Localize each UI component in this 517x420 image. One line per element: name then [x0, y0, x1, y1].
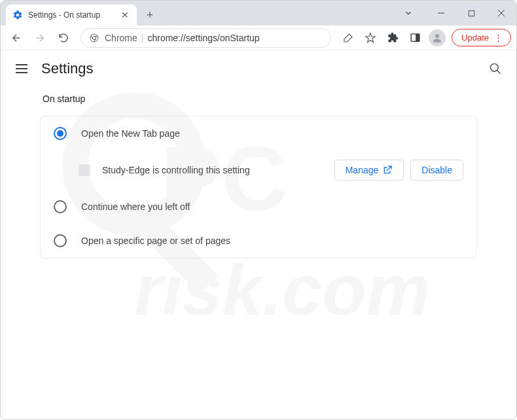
option-continue[interactable]: Continue where you left off	[41, 190, 476, 224]
option-label: Continue where you left off	[81, 201, 190, 212]
open-external-icon	[382, 165, 393, 175]
address-bar[interactable]: Chrome|chrome://settings/onStartup	[80, 28, 331, 48]
close-tab-icon[interactable]: ✕	[120, 10, 130, 20]
option-label: Open the New Tab page	[81, 128, 180, 139]
maximize-button[interactable]	[456, 3, 486, 24]
profile-avatar[interactable]	[427, 27, 448, 48]
svg-rect-5	[469, 10, 474, 16]
window-titlebar: Settings - On startup ✕ +	[1, 1, 516, 26]
option-label: Open a specific page or set of pages	[81, 236, 230, 246]
section-title: On startup	[40, 94, 477, 104]
disable-button[interactable]: Disable	[410, 160, 463, 181]
startup-options-card: Open the New Tab page Study-Edge is cont…	[40, 116, 477, 258]
window-controls	[393, 1, 516, 26]
svg-line-14	[497, 71, 501, 74]
settings-content: On startup Open the New Tab page Study-E…	[1, 87, 516, 265]
option-new-tab[interactable]: Open the New Tab page	[41, 116, 476, 150]
browser-toolbar: Chrome|chrome://settings/onStartup Updat…	[1, 26, 516, 50]
extensions-icon[interactable]	[382, 27, 403, 48]
hamburger-menu-icon[interactable]	[14, 61, 29, 77]
extension-app-icon	[79, 164, 90, 176]
chrome-icon	[89, 33, 99, 43]
search-icon[interactable]	[488, 61, 503, 77]
minimize-button[interactable]	[426, 3, 456, 24]
tab-title: Settings - On startup	[28, 10, 120, 20]
tab-search-chevron-icon[interactable]	[393, 3, 423, 24]
svg-rect-11	[416, 34, 419, 41]
svg-point-12	[435, 34, 439, 38]
extension-notice-text: Study-Edge is controlling this setting	[102, 165, 334, 175]
settings-header: Settings	[1, 50, 516, 87]
radio-specific[interactable]	[54, 234, 67, 247]
new-tab-button[interactable]: +	[141, 6, 159, 24]
reload-button[interactable]	[53, 27, 74, 48]
page-title: Settings	[41, 60, 94, 77]
back-button[interactable]	[6, 27, 27, 48]
radio-continue[interactable]	[54, 200, 67, 213]
extension-control-notice: Study-Edge is controlling this setting M…	[41, 150, 476, 190]
bookmark-star-icon[interactable]	[360, 27, 381, 48]
option-specific[interactable]: Open a specific page or set of pages	[41, 224, 476, 258]
address-text: Chrome|chrome://settings/onStartup	[105, 33, 260, 43]
menu-dots-icon: ⋮	[494, 33, 503, 43]
share-icon[interactable]	[338, 27, 359, 48]
close-window-button[interactable]	[486, 3, 516, 24]
manage-button[interactable]: Manage	[334, 160, 404, 181]
gear-icon	[12, 10, 23, 20]
radio-new-tab[interactable]	[54, 127, 67, 140]
svg-point-13	[491, 64, 499, 72]
side-panel-icon[interactable]	[404, 27, 425, 48]
browser-tab[interactable]: Settings - On startup ✕	[6, 5, 137, 26]
forward-button[interactable]	[29, 27, 50, 48]
update-button[interactable]: Update ⋮	[452, 29, 511, 46]
